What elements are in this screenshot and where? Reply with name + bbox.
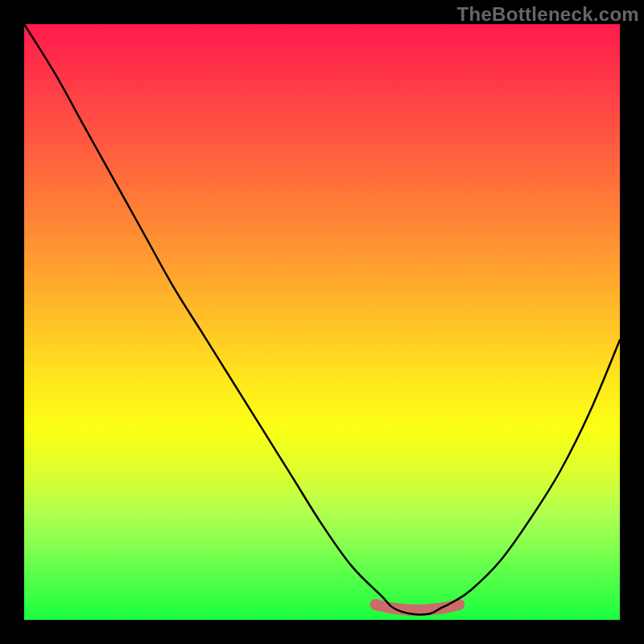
chart-svg [24, 24, 620, 620]
bottleneck-curve [24, 24, 620, 615]
bottleneck-chart: TheBottleneck.com [0, 0, 644, 644]
plot-area [24, 24, 620, 620]
watermark-label: TheBottleneck.com [457, 3, 639, 26]
